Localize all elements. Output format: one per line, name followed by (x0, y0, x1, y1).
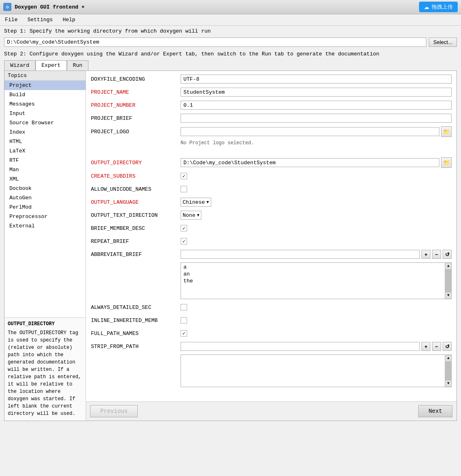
abbreviate-brief-list-content: a an the (181, 263, 445, 299)
app-icon: ⚙ (3, 3, 11, 11)
checkbox-create-subdirs[interactable] (181, 173, 187, 179)
checkbox-allow-unicode-names[interactable] (181, 186, 187, 192)
sidebar-header: Topics (4, 71, 86, 81)
abbreviate-brief-row: + − ↺ (181, 250, 452, 259)
strip-from-path-list-content (181, 355, 445, 387)
cloud-icon: ☁ (424, 4, 429, 10)
input-project-brief[interactable] (181, 114, 452, 123)
dropdown-output-text-direction[interactable]: None ▼ (181, 211, 201, 220)
row-project-brief: PROJECT_BRIEF (91, 113, 452, 123)
previous-button[interactable]: Previous (90, 405, 138, 417)
checkbox-full-path-names[interactable] (181, 330, 187, 337)
checkbox-always-detailed-sec[interactable] (181, 304, 187, 311)
scroll-up-btn[interactable]: ▲ (445, 263, 452, 269)
scroll-up-btn[interactable]: ▲ (445, 355, 452, 361)
input-project-number[interactable] (181, 101, 452, 110)
label-brief-member-desc: BRIEF_MEMBER_DESC (91, 225, 181, 231)
abbreviate-brief-remove-btn[interactable]: − (432, 250, 441, 259)
strip-from-path-list[interactable]: ▲ ▼ (181, 355, 452, 387)
strip-from-path-remove-btn[interactable]: − (432, 342, 441, 351)
row-abbreviate-brief: ABBREVIATE_BRIEF + − ↺ (91, 249, 452, 259)
tabs-row: Wizard Expert Run (0, 59, 461, 71)
checkbox-repeat-brief[interactable] (181, 238, 187, 245)
right-panel: DOXYFILE_ENCODING PROJECT_NAME PROJECT_N… (86, 71, 457, 421)
menu-file[interactable]: File (3, 16, 19, 24)
checkbox-brief-member-desc[interactable] (181, 225, 187, 231)
sidebar-item-messages[interactable]: Messages (4, 99, 86, 109)
baidu-upload-button[interactable]: ☁ 拖拽上传 (419, 2, 458, 12)
scroll-down-btn[interactable]: ▼ (445, 292, 452, 299)
scroll-thumb (445, 269, 451, 292)
abbreviate-brief-add-btn[interactable]: + (421, 250, 430, 259)
input-project-logo[interactable] (181, 127, 439, 136)
bottom-bar: Previous Next (86, 401, 457, 421)
sidebar-list: Project Build Messages Input Source Brow… (4, 81, 86, 317)
tab-run[interactable]: Run (67, 60, 88, 71)
abbreviate-brief-refresh-btn[interactable]: ↺ (443, 250, 452, 259)
desc-text: The OUTPUT_DIRECTORY tag is used to spec… (8, 329, 82, 417)
browse-logo-button[interactable]: 📁 (441, 126, 452, 137)
step2-label: Step 2: Configure doxygen using the Wiza… (0, 49, 461, 59)
browse-output-dir-button[interactable]: 📁 (441, 157, 452, 168)
tab-expert[interactable]: Expert (35, 60, 67, 71)
sidebar-item-build[interactable]: Build (4, 90, 86, 99)
sidebar-item-autogen[interactable]: AutoGen (4, 193, 86, 203)
strip-list-scrollbar[interactable]: ▲ ▼ (445, 355, 451, 387)
input-strip-from-path[interactable] (181, 342, 420, 351)
tab-wizard[interactable]: Wizard (4, 60, 35, 71)
sidebar-item-latex[interactable]: LaTeX (4, 146, 86, 156)
sidebar-item-xml[interactable]: XML (4, 174, 86, 184)
form-area: DOXYFILE_ENCODING PROJECT_NAME PROJECT_N… (86, 71, 457, 401)
sidebar-item-html[interactable]: HTML (4, 137, 86, 146)
list-scrollbar[interactable]: ▲ ▼ (445, 263, 451, 299)
scroll-thumb (445, 361, 451, 380)
row-repeat-brief: REPEAT_BRIEF (91, 236, 452, 246)
menu-help[interactable]: Help (61, 16, 77, 24)
row-strip-from-path: STRIP_FROM_PATH + − ↺ (91, 342, 452, 351)
working-dir-input[interactable] (4, 37, 426, 47)
description-box: OUTPUT_DIRECTORY The OUTPUT_DIRECTORY ta… (4, 317, 86, 421)
input-doxyfile-encoding[interactable] (181, 75, 452, 84)
abbreviate-brief-list[interactable]: a an the ▲ ▼ (181, 262, 452, 299)
abbreviate-brief-list-row: a an the ▲ ▼ (91, 262, 452, 299)
list-item[interactable]: a (183, 264, 443, 271)
list-item[interactable]: an (183, 271, 443, 278)
sidebar-item-perlmod[interactable]: PerlMod (4, 203, 86, 212)
sidebar-item-source-browser[interactable]: Source Browser (4, 118, 86, 128)
scroll-down-btn[interactable]: ▼ (445, 380, 452, 387)
sidebar-item-docbook[interactable]: Docbook (4, 184, 86, 193)
label-output-directory: OUTPUT_DIRECTORY (91, 160, 181, 166)
input-abbreviate-brief[interactable] (181, 250, 420, 259)
row-project-logo: PROJECT_LOGO 📁 (91, 126, 452, 137)
row-output-language: OUTPUT_LANGUAGE Chinese ▼ (91, 197, 452, 207)
row-project-name: PROJECT_NAME (91, 87, 452, 97)
label-repeat-brief: REPEAT_BRIEF (91, 238, 181, 245)
sidebar-item-project[interactable]: Project (4, 81, 86, 90)
label-project-brief: PROJECT_BRIEF (91, 115, 181, 121)
select-button[interactable]: Select... (429, 37, 457, 47)
sidebar-item-external[interactable]: External (4, 221, 86, 231)
label-abbreviate-brief: ABBREVIATE_BRIEF (91, 251, 181, 258)
input-project-name[interactable] (181, 88, 452, 97)
label-project-number: PROJECT_NUMBER (91, 102, 181, 108)
row-project-number: PROJECT_NUMBER (91, 100, 452, 110)
sidebar-item-input[interactable]: Input (4, 109, 86, 118)
sidebar-item-man[interactable]: Man (4, 165, 86, 174)
list-item[interactable]: the (183, 278, 443, 284)
row-create-subdirs: CREATE_SUBDIRS (91, 171, 452, 181)
sidebar-item-index[interactable]: Index (4, 128, 86, 137)
sidebar-item-preprocessor[interactable]: Preprocessor (4, 212, 86, 221)
label-project-logo: PROJECT_LOGO (91, 129, 181, 135)
checkbox-inline-inherited-memb[interactable] (181, 317, 187, 324)
strip-from-path-add-btn[interactable]: + (421, 342, 430, 351)
next-button[interactable]: Next (418, 405, 452, 417)
dropdown-output-language[interactable]: Chinese ▼ (181, 198, 211, 207)
menu-settings[interactable]: Settings (26, 16, 54, 24)
strip-from-path-refresh-btn[interactable]: ↺ (443, 342, 452, 351)
sidebar-item-rtf[interactable]: RTF (4, 156, 86, 165)
row-doxyfile-encoding: DOXYFILE_ENCODING (91, 74, 452, 84)
row-inline-inherited-memb: INLINE_INHERITED_MEMB (91, 315, 452, 325)
input-output-directory[interactable] (181, 158, 439, 167)
desc-title: OUTPUT_DIRECTORY (8, 321, 82, 327)
label-create-subdirs: CREATE_SUBDIRS (91, 173, 181, 179)
